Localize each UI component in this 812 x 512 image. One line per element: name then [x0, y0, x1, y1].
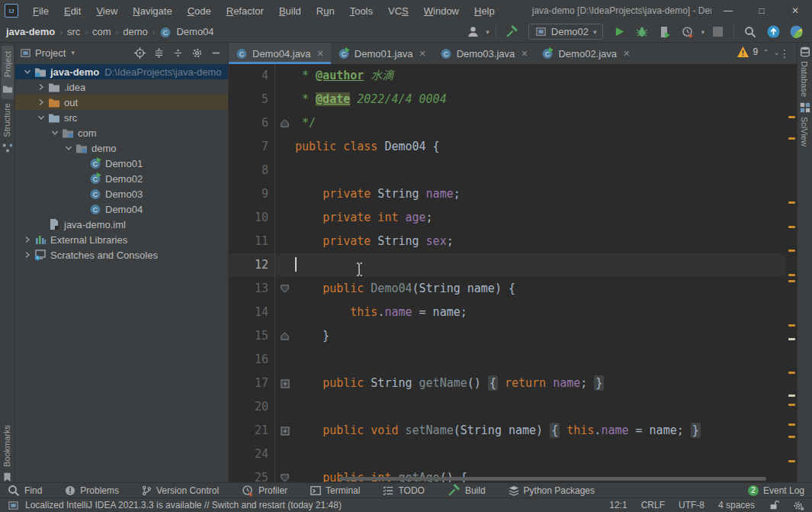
coverage-button[interactable]	[655, 24, 675, 40]
ide-sphere-icon[interactable]	[786, 24, 806, 40]
fold-down-icon[interactable]	[274, 277, 294, 301]
code-line-15[interactable]: 15 }	[229, 324, 786, 348]
code-line-11[interactable]: 11 private String sex;	[229, 230, 786, 253]
toolwindow-button-version-control[interactable]: Version Control	[142, 485, 219, 496]
editor-tab-demo03.java[interactable]: CDemo03.java✕	[433, 43, 535, 64]
menu-build[interactable]: Build	[272, 3, 308, 19]
caret-position[interactable]: 12:1	[609, 500, 627, 510]
sidebar-tab-project[interactable]: Project	[2, 46, 14, 99]
tree-item-src[interactable]: src	[15, 110, 228, 125]
code-line-9[interactable]: 9 private String name;	[229, 182, 786, 206]
scroll-stripe-mark[interactable]	[788, 436, 795, 438]
line-number[interactable]: 13	[229, 277, 274, 301]
code-text[interactable]	[294, 443, 786, 466]
toolwindow-button-todo[interactable]: TODO	[383, 485, 424, 496]
close-button[interactable]: ✕	[778, 0, 812, 21]
project-panel-title[interactable]: Project	[35, 47, 66, 59]
tree-item-out[interactable]: out	[15, 95, 228, 110]
close-icon[interactable]: ✕	[521, 49, 528, 59]
line-number[interactable]: 17	[229, 372, 274, 395]
menu-run[interactable]: Run	[310, 3, 342, 19]
line-number[interactable]: 15	[229, 324, 274, 348]
tree-item-scratches-and-consoles[interactable]: Scratches and Consoles	[15, 247, 228, 262]
code-text[interactable]	[294, 159, 786, 182]
line-number[interactable]: 4	[229, 64, 274, 88]
line-ending[interactable]: CRLF	[641, 500, 665, 510]
fold-down-icon[interactable]	[274, 466, 294, 482]
maximize-button[interactable]: □	[745, 0, 778, 21]
tree-item--idea[interactable]: .idea	[15, 79, 228, 95]
scroll-stripe-mark[interactable]	[788, 280, 795, 282]
line-number[interactable]: 24	[229, 443, 274, 466]
code-text[interactable]	[294, 348, 786, 372]
code-editor[interactable]: 4 * @author 水滴5 * @date 2022/4/4 00046 *…	[229, 64, 786, 482]
user-dropdown-icon[interactable]: ▾	[486, 28, 489, 36]
code-text[interactable]: }	[294, 324, 786, 348]
menu-view[interactable]: View	[89, 3, 124, 19]
sidebar-tab-bookmarks[interactable]: Bookmarks	[2, 421, 12, 482]
line-number[interactable]: 25	[229, 466, 274, 482]
prev-warning-icon[interactable]: ⌃	[762, 48, 769, 56]
line-number[interactable]: 12	[229, 253, 274, 277]
code-text[interactable]: public class Demo04 {	[294, 135, 786, 159]
chevron-down-icon[interactable]	[63, 143, 75, 153]
menu-window[interactable]: Window	[417, 3, 466, 19]
tree-item-java-demo-iml[interactable]: java-demo.iml	[15, 217, 228, 232]
line-number[interactable]: 10	[229, 206, 274, 230]
next-warning-icon[interactable]: ⌄	[774, 48, 780, 56]
editor-tab-demo01.java[interactable]: CDemo01.java✕	[331, 43, 433, 64]
chevron-down-icon[interactable]	[21, 67, 34, 76]
chevron-down-icon[interactable]	[49, 128, 61, 137]
breadcrumb-item-com[interactable]: com	[92, 26, 111, 37]
line-number[interactable]: 11	[229, 230, 274, 253]
line-number[interactable]: 5	[229, 88, 274, 111]
menu-tools[interactable]: Tools	[343, 3, 380, 19]
debug-button[interactable]	[632, 24, 652, 40]
menu-code[interactable]: Code	[181, 3, 218, 19]
chevron-right-icon[interactable]	[35, 98, 47, 107]
run-button[interactable]	[609, 24, 629, 40]
tree-item-demo[interactable]: demo	[15, 140, 228, 156]
toolwindow-button-python-packages[interactable]: Python Packages	[509, 485, 595, 496]
scroll-stripe-mark[interactable]	[788, 137, 795, 140]
user-account-icon[interactable]	[463, 24, 483, 40]
code-line-17[interactable]: 17 public String getName() { return name…	[229, 372, 786, 395]
chevron-right-icon[interactable]	[21, 250, 34, 259]
sidebar-tab-sciview[interactable]: SciView	[800, 102, 810, 152]
scroll-stripe-mark[interactable]	[788, 338, 795, 340]
code-text[interactable]: public void setName(String name) { this.…	[294, 419, 786, 443]
menu-edit[interactable]: Edit	[57, 3, 88, 19]
menu-file[interactable]: File	[26, 3, 56, 19]
editor-tab-demo04.java[interactable]: CDemo04.java✕	[229, 43, 331, 64]
update-available-icon[interactable]	[763, 24, 783, 40]
code-text[interactable]: * @author 水滴	[294, 64, 786, 88]
expand-all-icon[interactable]	[151, 47, 166, 59]
close-icon[interactable]: ✕	[419, 49, 425, 59]
code-text[interactable]: public Demo04(String name) {	[294, 277, 786, 301]
close-icon[interactable]: ✕	[317, 49, 324, 59]
code-text[interactable]: this.name = name;	[294, 301, 786, 324]
scroll-stripe-mark[interactable]	[788, 394, 795, 397]
scroll-stripe-mark[interactable]	[788, 423, 795, 426]
toolwindow-button-problems[interactable]: Problems	[65, 485, 119, 496]
event-log-button[interactable]: 2 Event Log	[748, 485, 804, 496]
tree-item-demo01[interactable]: CDemo01	[15, 156, 228, 171]
toolwindow-button-find[interactable]: Find	[8, 485, 42, 497]
collapse-all-icon[interactable]	[170, 47, 185, 59]
code-text[interactable]: * @date 2022/4/4 0004	[294, 88, 786, 111]
file-encoding[interactable]: UTF-8	[679, 500, 704, 510]
breadcrumb-item-demo04[interactable]: Demo04	[176, 26, 213, 37]
search-everywhere-icon[interactable]	[740, 24, 760, 40]
code-line-16[interactable]: 16	[229, 348, 786, 372]
line-number[interactable]: 6	[229, 111, 274, 135]
code-line-20[interactable]: 20	[229, 395, 786, 419]
indent-setting[interactable]: 4 spaces	[718, 500, 755, 510]
chevron-down-icon[interactable]: ▾	[71, 49, 75, 56]
scroll-stripe-mark[interactable]	[788, 274, 795, 276]
line-number[interactable]: 21	[229, 419, 274, 443]
fold-up-icon[interactable]	[274, 111, 294, 135]
gear-icon[interactable]	[793, 500, 804, 511]
scroll-stripe-mark[interactable]	[788, 372, 795, 374]
tree-item-com[interactable]: com	[15, 125, 228, 140]
scroll-stripe-mark[interactable]	[788, 201, 795, 204]
